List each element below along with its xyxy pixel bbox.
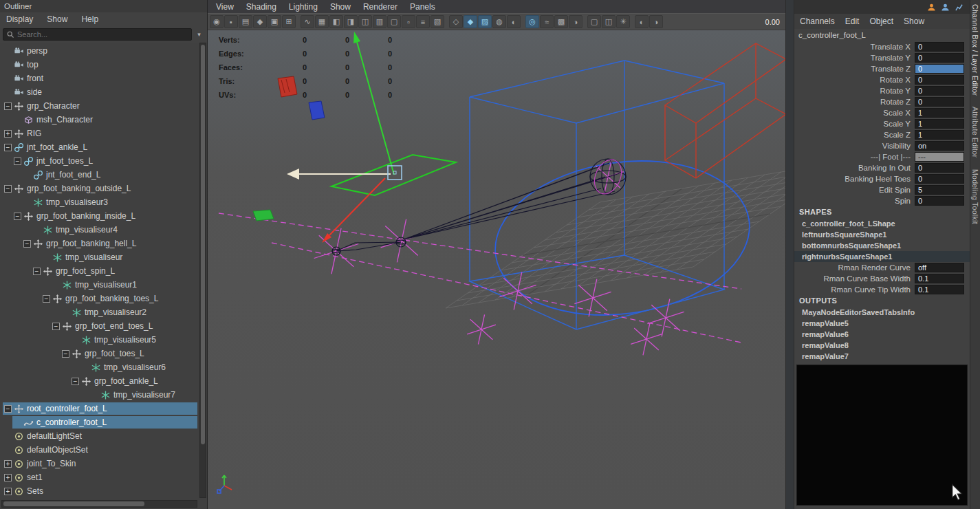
outliner-item-grp_foot_banking_outside_L[interactable]: −grp_foot_banking_outside_L <box>0 182 207 195</box>
outliner-item-c_controller_foot_L[interactable]: c_controller_foot_L <box>0 415 207 429</box>
gamma-icon[interactable]: ◑ <box>649 15 663 28</box>
scrollbar-handle[interactable] <box>201 45 205 444</box>
minus-expander-icon[interactable]: − <box>4 405 12 413</box>
outliner-item-grp_Character[interactable]: −grp_Character <box>0 99 207 113</box>
channelbox-menu-channels[interactable]: Channels <box>800 17 835 26</box>
channel-value-field[interactable]: 1 <box>915 130 964 140</box>
channel-label[interactable]: Rotate Z <box>794 98 915 106</box>
channelbox-menu-object[interactable]: Object <box>869 17 893 26</box>
minus-expander-icon[interactable]: − <box>4 102 12 110</box>
channel-value-field[interactable]: 0 <box>915 86 964 96</box>
field-chart-icon[interactable]: ▥ <box>373 15 386 28</box>
safe-title-icon[interactable]: ▫ <box>402 15 415 28</box>
outliner-item-tmp_visualiseur4[interactable]: tmp_visualiseur4 <box>0 223 207 237</box>
viewport-menu-renderer[interactable]: Renderer <box>363 2 398 12</box>
minus-expander-icon[interactable]: − <box>72 378 79 385</box>
channel-value-field[interactable]: 1 <box>915 119 964 129</box>
channel-label[interactable]: ---| Foot |--- <box>794 153 915 161</box>
viewport-3d[interactable]: Verts:000Edges:000Faces:000Tris:000UVs:0… <box>208 30 785 509</box>
channel-label[interactable]: Banking In Out <box>794 164 915 172</box>
outliner-item-side[interactable]: side <box>0 85 207 99</box>
channel-value-field[interactable]: 0 <box>915 97 964 107</box>
resolution-gate-icon[interactable]: ◨ <box>344 15 358 28</box>
plus-expander-icon[interactable]: + <box>4 474 12 481</box>
output-item[interactable]: remapValue7 <box>794 351 970 362</box>
outliner-item-grp_foot_banking_hell_L[interactable]: −grp_foot_banking_hell_L <box>0 237 207 250</box>
search-box[interactable] <box>3 28 192 41</box>
xray-mode-icon[interactable]: ◫ <box>602 15 616 28</box>
selected-node-name[interactable]: c_controller_foot_L <box>794 29 970 41</box>
outliner-item-persp[interactable]: persp <box>0 44 207 58</box>
panel-divider[interactable] <box>785 0 794 509</box>
channel-value-field[interactable]: on <box>915 141 964 151</box>
safe-action-icon[interactable]: ▢ <box>387 15 401 28</box>
outliner-item-jnt_foot_end_L[interactable]: jnt_foot_end_L <box>0 168 207 182</box>
minus-expander-icon[interactable]: − <box>43 295 50 303</box>
minus-expander-icon[interactable]: − <box>52 323 60 330</box>
channel-value-field[interactable]: 5 <box>915 185 964 195</box>
outliner-item-tmp_visualiseur6[interactable]: tmp_visualiseur6 <box>0 360 207 374</box>
channel-label[interactable]: Scale Z <box>794 131 915 139</box>
outliner-item-tmp_visualiseur2[interactable]: tmp_visualiseur2 <box>0 305 207 319</box>
graph-icon[interactable] <box>955 3 963 12</box>
minus-expander-icon[interactable]: − <box>4 144 12 151</box>
outliner-vertical-scrollbar[interactable] <box>199 43 206 498</box>
outliner-item-defaultLightSet[interactable]: defaultLightSet <box>0 429 207 443</box>
person-orange-icon[interactable] <box>927 3 936 12</box>
outliner-item-joint_To_Skin[interactable]: +joint_To_Skin <box>0 457 207 470</box>
plus-expander-icon[interactable]: + <box>4 130 12 138</box>
outliner-item-msh_Character[interactable]: msh_Character <box>0 113 207 127</box>
channel-label[interactable]: Rman Render Curve <box>794 263 915 272</box>
grease-pencil-icon[interactable]: ∿ <box>301 15 314 28</box>
shape-item[interactable]: rightnurbsSquareShape1 <box>794 251 970 262</box>
person-blue-icon[interactable] <box>941 3 950 12</box>
channel-value-field[interactable]: 0 <box>915 53 964 63</box>
camera-attributes-icon[interactable]: ▤ <box>239 15 252 28</box>
outliner-item-grp_foot_spin_L[interactable]: −grp_foot_spin_L <box>0 264 207 278</box>
xray-joints-icon[interactable]: ✳ <box>616 15 630 28</box>
channel-label[interactable]: Spin <box>794 197 915 205</box>
manipulator-center-box[interactable] <box>388 166 402 180</box>
scrollbar-handle[interactable] <box>3 501 144 506</box>
outliner-menu-display[interactable]: Display <box>6 14 33 24</box>
minus-expander-icon[interactable]: − <box>4 185 12 193</box>
plus-expander-icon[interactable]: + <box>4 488 12 495</box>
side-tab-modeling-toolkit[interactable]: Modeling Toolkit <box>971 169 979 224</box>
channel-label[interactable]: Banking Heel Toes <box>794 175 915 183</box>
search-filter-dropdown-icon[interactable]: ▾ <box>194 31 204 38</box>
green-marker-quad[interactable] <box>253 210 274 221</box>
channel-label[interactable]: Edit Spin <box>794 186 915 194</box>
outliner-item-grp_foot_banking_toes_L[interactable]: −grp_foot_banking_toes_L <box>0 292 207 305</box>
red-cube[interactable] <box>665 43 785 178</box>
foot-controller-curve[interactable] <box>331 155 456 195</box>
minus-expander-icon[interactable]: − <box>14 158 21 165</box>
channel-label[interactable]: Visibility <box>794 142 915 150</box>
isolate-select-icon[interactable]: ▢ <box>587 15 601 28</box>
side-tab-attribute-editor[interactable]: Attribute Editor <box>971 107 979 158</box>
motion-blur-icon[interactable]: ≈ <box>540 15 554 28</box>
channelbox-menu-edit[interactable]: Edit <box>845 17 860 26</box>
outliner-item-Sets[interactable]: +Sets <box>0 484 207 498</box>
object-details-icon[interactable]: ▧ <box>431 15 444 28</box>
outliner-item-front[interactable]: front <box>0 72 207 85</box>
output-item[interactable]: MayaNodeEditorSavedTabsInfo <box>794 307 970 318</box>
output-item[interactable]: remapValue8 <box>794 340 970 351</box>
outliner-menu-help[interactable]: Help <box>81 14 98 24</box>
manipulator-x-axis[interactable] <box>329 178 385 235</box>
channel-value-field[interactable]: 0 <box>915 75 964 85</box>
textured-mode-icon[interactable]: ▨ <box>478 15 492 28</box>
camera-bookmarks-icon[interactable]: ◆ <box>253 15 267 28</box>
grid-toggle-icon[interactable]: ▦ <box>315 15 329 28</box>
channel-value-field[interactable]: off <box>915 263 964 272</box>
film-gate-icon[interactable]: ◧ <box>329 15 343 28</box>
search-input[interactable] <box>17 30 188 39</box>
minus-expander-icon[interactable]: − <box>33 268 41 275</box>
channel-value-field[interactable]: 0 <box>915 196 964 206</box>
channel-label[interactable]: Rotate X <box>794 76 915 84</box>
blue-marker-quad[interactable] <box>309 101 325 120</box>
outliner-item-grp_foot_ankle_L[interactable]: −grp_foot_ankle_L <box>0 374 207 388</box>
outliner-item-tmp_visualiseur5[interactable]: tmp_visualiseur5 <box>0 333 207 347</box>
shape-item[interactable]: bottomnurbsSquareShape1 <box>794 240 970 251</box>
output-item[interactable]: remapValue6 <box>794 329 970 340</box>
outliner-item-tmp_visualiseur[interactable]: tmp_visualiseur <box>0 250 207 264</box>
